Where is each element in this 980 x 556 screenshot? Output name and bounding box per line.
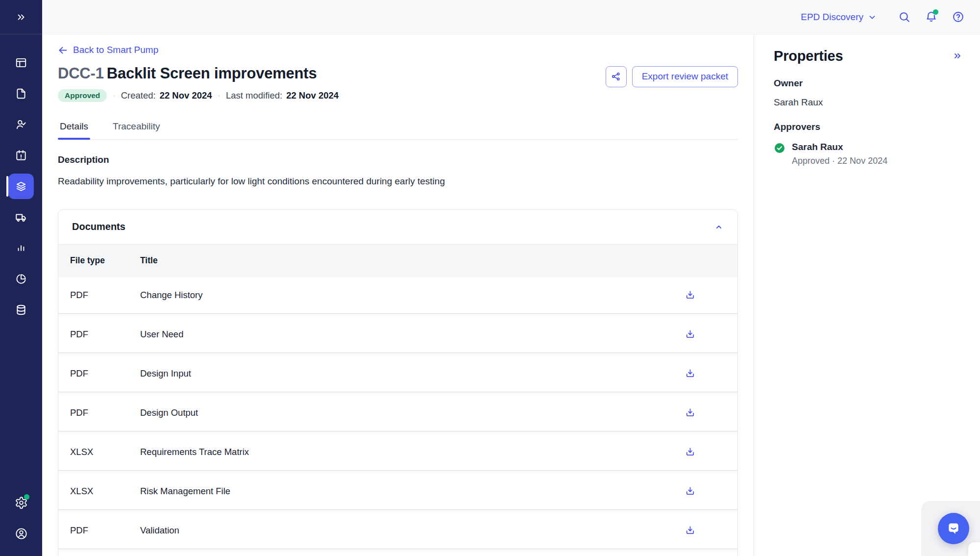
tab-traceability[interactable]: Traceability: [111, 121, 162, 139]
table-row[interactable]: PDF Change History: [58, 277, 737, 313]
active-indicator: [6, 176, 8, 197]
tab-details[interactable]: Details: [58, 121, 90, 139]
share-nodes-icon: [611, 71, 621, 82]
sidebar-item-calendar[interactable]: [0, 140, 42, 171]
chevron-up-icon: [714, 222, 724, 232]
pie-chart-icon: [15, 273, 27, 285]
download-icon: [685, 329, 696, 340]
layers-icon: [15, 180, 27, 193]
column-header-file-type: File type: [70, 255, 140, 266]
sidebar-item-data[interactable]: [0, 294, 42, 325]
double-chevron-right-icon: [953, 51, 962, 61]
row-file-type: PDF: [70, 525, 140, 536]
share-button[interactable]: [606, 66, 627, 87]
meta-row: Approved · Created: 22 Nov 2024 · Last m…: [58, 89, 738, 102]
chat-launcher-button[interactable]: [938, 513, 969, 544]
owner-label: Owner: [774, 78, 962, 89]
table-row[interactable]: PDF Design Output: [58, 395, 737, 431]
row-file-type: PDF: [70, 407, 140, 418]
created-label: Created:: [121, 90, 156, 101]
search-button[interactable]: [898, 11, 910, 23]
sidebar: [0, 0, 42, 556]
sidebar-item-documents[interactable]: [0, 78, 42, 109]
table-row[interactable]: XLSX Requirements Trace Matrix: [58, 434, 737, 470]
download-button[interactable]: [685, 289, 696, 301]
sidebar-item-dashboard[interactable]: [0, 47, 42, 78]
row-title: User Need: [140, 329, 183, 340]
documents-card: Documents File type Title PDF Change His…: [58, 209, 738, 556]
sidebar-item-account[interactable]: [0, 518, 42, 549]
user-check-icon: [15, 118, 27, 131]
download-button[interactable]: [685, 485, 696, 497]
table-row[interactable]: XLSX Risk Management File: [58, 473, 737, 509]
description-heading: Description: [58, 154, 738, 165]
truck-icon: [15, 211, 27, 224]
export-review-packet-button[interactable]: Export review packet: [632, 66, 738, 87]
database-icon: [15, 303, 27, 316]
download-button[interactable]: [685, 407, 696, 418]
download-icon: [685, 407, 696, 418]
help-button[interactable]: [952, 11, 964, 23]
row-title: Requirements Trace Matrix: [140, 447, 249, 457]
table-row[interactable]: PDF Validation: [58, 512, 737, 549]
table-row[interactable]: PDF User Need: [58, 316, 737, 353]
active-tile: [8, 174, 34, 199]
approvers-label: Approvers: [774, 122, 962, 132]
properties-heading: Properties: [774, 48, 843, 64]
bar-chart-icon: [15, 242, 27, 254]
title-row: DCC-1Backlit Screen improvements Export …: [58, 64, 738, 83]
sidebar-item-reports[interactable]: [0, 232, 42, 263]
table-row-clipped: [58, 552, 737, 556]
back-link[interactable]: Back to Smart Pump: [58, 44, 158, 56]
download-button[interactable]: [685, 525, 696, 536]
sidebar-item-shipping[interactable]: [0, 202, 42, 232]
row-title: Risk Management File: [140, 486, 230, 497]
sidebar-header: [0, 0, 42, 34]
check-circle-icon: [774, 142, 785, 166]
row-title: Validation: [140, 525, 179, 536]
document-id: DCC-1: [58, 65, 104, 82]
double-chevron-right-icon: [16, 12, 26, 23]
download-button[interactable]: [685, 329, 696, 340]
approver-status: Approved · 22 Nov 2024: [792, 156, 887, 166]
row-title: Design Output: [140, 407, 198, 418]
created-value: 22 Nov 2024: [160, 90, 212, 101]
approver-details: Sarah Raux Approved · 22 Nov 2024: [792, 142, 887, 166]
description-text: Readability improvements, particularly f…: [58, 175, 738, 188]
documents-table-header: File type Title: [58, 244, 737, 277]
sidebar-item-user-approvals[interactable]: [0, 109, 42, 140]
properties-header: Properties: [774, 48, 962, 64]
chat-bubble-icon: [945, 520, 962, 537]
chat-frame-corner: [968, 542, 980, 556]
topbar: EPD Discovery: [42, 0, 980, 34]
product-switcher-label: EPD Discovery: [801, 12, 863, 23]
status-badge: Approved: [58, 89, 107, 102]
meta-separator: ·: [113, 92, 115, 99]
product-switcher[interactable]: EPD Discovery: [801, 12, 877, 23]
documents-collapse-button[interactable]: [714, 222, 724, 232]
properties-collapse-button[interactable]: [953, 51, 962, 61]
owner-value: Sarah Raux: [774, 97, 962, 108]
row-title: Design Input: [140, 368, 191, 379]
documents-card-header[interactable]: Documents: [58, 210, 737, 244]
calendar-alert-icon: [15, 149, 27, 162]
download-icon: [685, 289, 696, 301]
approver-name: Sarah Raux: [792, 142, 887, 152]
row-file-type: PDF: [70, 368, 140, 379]
download-icon: [685, 446, 696, 457]
row-file-type: PDF: [70, 290, 140, 301]
notifications-button[interactable]: [925, 11, 937, 23]
help-circle-icon: [952, 11, 964, 23]
sidebar-item-design-controls[interactable]: [0, 171, 42, 202]
table-row[interactable]: PDF Design Input: [58, 355, 737, 392]
sidebar-item-analytics[interactable]: [0, 263, 42, 294]
download-icon: [685, 485, 696, 497]
download-button[interactable]: [685, 446, 696, 457]
sidebar-expand-button[interactable]: [0, 0, 42, 34]
chevron-down-icon: [868, 13, 877, 22]
modified-value: 22 Nov 2024: [286, 90, 339, 101]
download-button[interactable]: [685, 368, 696, 379]
notification-dot: [933, 9, 938, 15]
dashboard-icon: [15, 56, 27, 69]
sidebar-item-settings[interactable]: [0, 487, 42, 518]
